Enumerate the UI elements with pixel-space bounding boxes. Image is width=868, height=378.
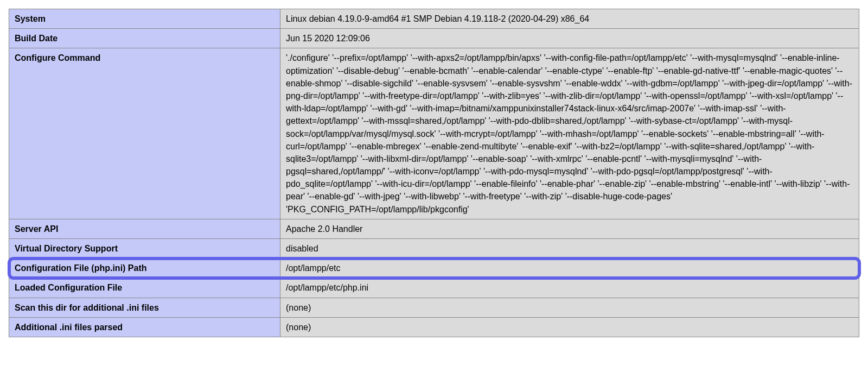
row-key: Configuration File (php.ini) Path: [9, 259, 280, 278]
table-row: Configure Command './configure' '--prefi…: [9, 48, 859, 219]
table-row: Virtual Directory Support disabled: [9, 239, 859, 259]
row-value: (none): [280, 317, 859, 337]
row-key: Build Date: [9, 29, 280, 48]
table-row: Loaded Configuration File /opt/lampp/etc…: [9, 278, 859, 298]
table-row-highlighted: Configuration File (php.ini) Path /opt/l…: [9, 259, 859, 278]
table-row: System Linux debian 4.19.0-9-amd64 #1 SM…: [9, 9, 859, 29]
phpinfo-table: System Linux debian 4.19.0-9-amd64 #1 SM…: [9, 9, 859, 337]
row-value: Apache 2.0 Handler: [280, 219, 859, 238]
row-key: Virtual Directory Support: [9, 239, 280, 259]
row-value: Jun 15 2020 12:09:06: [280, 29, 859, 48]
row-key: System: [9, 9, 280, 29]
row-value: disabled: [280, 239, 859, 259]
row-value: /opt/lampp/etc: [280, 259, 859, 278]
table-row: Build Date Jun 15 2020 12:09:06: [9, 29, 859, 48]
row-key: Scan this dir for additional .ini files: [9, 298, 280, 317]
table-row: Scan this dir for additional .ini files …: [9, 298, 859, 317]
row-value: /opt/lampp/etc/php.ini: [280, 278, 859, 298]
table-row: Server API Apache 2.0 Handler: [9, 219, 859, 238]
row-value: (none): [280, 298, 859, 317]
row-key: Server API: [9, 219, 280, 238]
row-key: Additional .ini files parsed: [9, 317, 280, 337]
row-value: Linux debian 4.19.0-9-amd64 #1 SMP Debia…: [280, 9, 859, 29]
row-value: './configure' '--prefix=/opt/lampp' '--w…: [280, 48, 859, 219]
row-key: Loaded Configuration File: [9, 278, 280, 298]
table-row: Additional .ini files parsed (none): [9, 317, 859, 337]
phpinfo-tbody: System Linux debian 4.19.0-9-amd64 #1 SM…: [9, 9, 859, 337]
row-key: Configure Command: [9, 48, 280, 219]
